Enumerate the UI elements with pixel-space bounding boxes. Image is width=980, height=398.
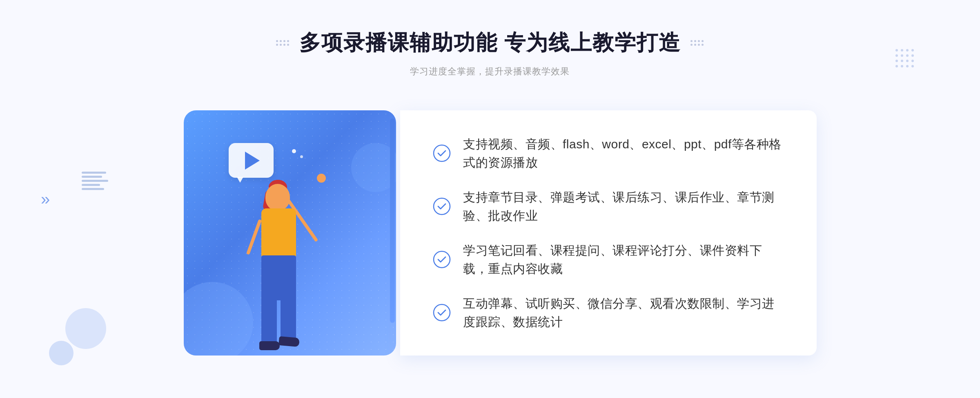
page-title: 多项录播课辅助功能 专为线上教学打造 [299, 29, 681, 57]
outer-deco-right [895, 49, 915, 68]
dot-grid-right [690, 40, 704, 46]
feature-item-3: 学习笔记回看、课程提问、课程评论打分、课件资料下载，重点内容收藏 [433, 237, 784, 282]
stripe-1 [82, 172, 106, 174]
figure-pants [261, 255, 296, 300]
left-deco-circle [65, 308, 106, 349]
check-icon-3 [433, 250, 451, 268]
left-decorative-dots [276, 40, 290, 46]
header-title-row: 多项录播课辅助功能 专为线上教学打造 [276, 29, 704, 57]
figure-body [261, 208, 296, 257]
feature-text-1: 支持视频、音频、flash、word、excel、ppt、pdf等各种格式的资源… [463, 135, 784, 172]
stripe-2 [82, 176, 102, 178]
check-icon-2 [433, 197, 451, 215]
content-area: 支持视频、音频、flash、word、excel、ppt、pdf等各种格式的资源… [163, 98, 817, 376]
svg-point-3 [434, 304, 450, 321]
figure-shoe-right [278, 336, 300, 347]
svg-point-1 [434, 198, 450, 215]
feature-text-2: 支持章节目录、弹题考试、课后练习、课后作业、章节测验、批改作业 [463, 188, 784, 225]
header-section: 多项录播课辅助功能 专为线上教学打造 学习进度全掌握，提升录播课教学效果 [276, 0, 704, 78]
feature-item-4: 互动弹幕、试听购买、微信分享、观看次数限制、学习进度跟踪、数据统计 [433, 290, 784, 335]
figure-hand [317, 174, 326, 183]
left-deco-circle-2 [49, 341, 74, 365]
page-container: 多项录播课辅助功能 专为线上教学打造 学习进度全掌握，提升录播课教学效果 [0, 0, 980, 398]
figure-arm-down [246, 219, 262, 255]
illustration-bg [184, 110, 396, 356]
figure-shoe-left [259, 341, 280, 350]
figure-leg-right [281, 298, 296, 339]
left-deco-stripes [82, 172, 108, 190]
chevron-arrow-icon: » [41, 191, 50, 207]
check-icon-1 [433, 144, 451, 162]
svg-point-0 [434, 145, 450, 161]
blue-accent-bar [390, 119, 395, 323]
sparkle-2 [300, 155, 303, 158]
svg-point-2 [434, 251, 450, 268]
check-icon-4 [433, 304, 451, 322]
figure-leg-left [261, 298, 277, 343]
feature-item-1: 支持视频、音频、flash、word、excel、ppt、pdf等各种格式的资源… [433, 131, 784, 176]
feature-text-3: 学习笔记回看、课程提问、课程评论打分、课件资料下载，重点内容收藏 [463, 241, 784, 278]
right-decorative-dots [690, 40, 704, 46]
stripe-5 [82, 188, 104, 190]
illustration-section [163, 98, 400, 376]
feature-text-4: 互动弹幕、试听购买、微信分享、观看次数限制、学习进度跟踪、数据统计 [463, 294, 784, 331]
deco-circle-medium [351, 143, 396, 192]
dot-grid-left [276, 40, 290, 46]
sparkle-1 [292, 149, 296, 153]
features-card: 支持视频、音频、flash、word、excel、ppt、pdf等各种格式的资源… [400, 110, 817, 356]
stripe-lines [82, 172, 108, 190]
feature-item-2: 支持章节目录、弹题考试、课后练习、课后作业、章节测验、批改作业 [433, 184, 784, 229]
stripe-3 [82, 180, 108, 182]
outer-dot-grid [895, 49, 915, 68]
page-subtitle: 学习进度全掌握，提升录播课教学效果 [276, 65, 704, 78]
left-arrows: » [41, 191, 50, 207]
stripe-4 [82, 184, 100, 186]
